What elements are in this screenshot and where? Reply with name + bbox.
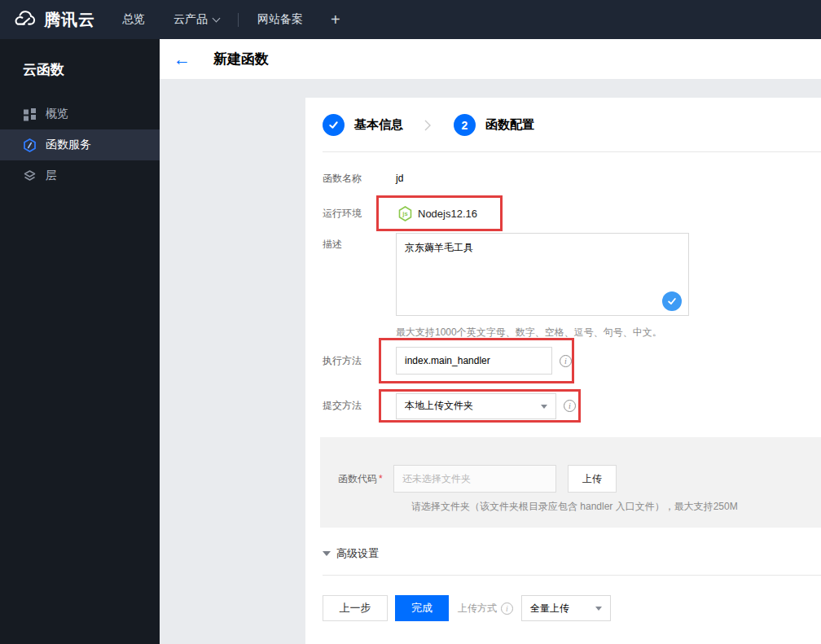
submit-method-row: 提交方法 本地上传文件夹 i [323, 389, 821, 423]
advanced-settings-toggle[interactable]: 高级设置 [323, 546, 821, 561]
hexagon-function-icon [23, 138, 37, 152]
function-code-label: 函数代码* [338, 472, 393, 486]
page-header: ← 新建函数 [160, 39, 821, 79]
form-card: 基本信息 2 函数配置 函数名称 jd 运行 [305, 98, 821, 644]
nav-overview[interactable]: 总览 [122, 12, 145, 27]
required-asterisk: * [379, 473, 383, 484]
description-textarea[interactable]: 京东薅羊毛工具 [396, 233, 689, 316]
add-nav-item-button[interactable]: + [331, 11, 340, 28]
info-icon[interactable]: i [564, 400, 576, 412]
upload-mode-value: 全量上传 [530, 602, 569, 616]
function-name-label: 函数名称 [323, 172, 396, 186]
chevron-down-icon [213, 14, 221, 22]
upload-mode-select[interactable]: 全量上传 [521, 595, 611, 621]
runtime-highlight-box: js Nodejs12.16 [376, 195, 503, 231]
top-navigation: 总览 云产品 网站备案 + [122, 11, 340, 28]
handler-input[interactable] [396, 347, 552, 375]
runtime-row: 运行环境 js Nodejs12.16 [323, 195, 821, 231]
sidebar: 云函数 概览 函数服务 [0, 39, 160, 644]
tencent-cloud-logo-icon [11, 11, 37, 28]
description-label: 描述 [323, 233, 396, 252]
layers-icon [23, 169, 37, 183]
upload-mode-label: 上传方式 [458, 602, 497, 616]
footer-divider [323, 575, 821, 576]
steps-divider [323, 151, 821, 152]
step1-label: 基本信息 [354, 117, 403, 133]
sidebar-menu: 概览 函数服务 层 [0, 99, 160, 191]
page-title: 新建函数 [213, 50, 269, 68]
grid-icon [23, 107, 37, 121]
nodejs-icon: js [398, 206, 412, 221]
previous-step-button[interactable]: 上一步 [323, 595, 388, 621]
submit-method-value: 本地上传文件夹 [405, 399, 473, 413]
finish-button[interactable]: 完成 [395, 595, 449, 621]
upload-button[interactable]: 上传 [568, 465, 617, 493]
handler-highlight-box: i [379, 338, 574, 383]
submit-method-select[interactable]: 本地上传文件夹 [396, 393, 556, 419]
folder-path-input [393, 465, 556, 493]
valid-check-icon [662, 291, 682, 311]
info-icon[interactable]: i [501, 602, 513, 615]
step2-number-badge: 2 [454, 114, 476, 136]
description-row: 描述 京东薅羊毛工具 [323, 233, 821, 319]
nav-separator [238, 13, 239, 27]
function-name-value: jd [396, 173, 403, 184]
sidebar-item-label: 函数服务 [46, 138, 91, 152]
sidebar-item-function-service[interactable]: 函数服务 [0, 129, 160, 160]
step-indicator: 基本信息 2 函数配置 [323, 98, 821, 136]
info-icon[interactable]: i [560, 355, 572, 367]
sidebar-title: 云函数 [0, 39, 160, 79]
triangle-down-icon [323, 551, 331, 556]
function-name-row: 函数名称 jd [323, 170, 821, 186]
function-code-label-text: 函数代码 [338, 473, 377, 484]
description-field-wrap: 京东薅羊毛工具 [396, 233, 689, 319]
sidebar-item-overview[interactable]: 概览 [0, 99, 160, 129]
back-arrow-icon[interactable]: ← [173, 50, 191, 68]
main-area: ← 新建函数 基本信息 [160, 39, 821, 644]
submit-method-highlight-box: 本地上传文件夹 i [379, 389, 581, 423]
function-code-row: 函数代码* 上传 [338, 465, 821, 493]
app-window: 腾讯云 总览 云产品 网站备案 + 云函数 概览 [0, 0, 821, 644]
sidebar-item-label: 层 [46, 169, 57, 183]
topbar: 腾讯云 总览 云产品 网站备案 + [0, 0, 821, 39]
function-code-hint: 请选择文件夹（该文件夹根目录应包含 handler 入口文件），最大支持250M [411, 500, 821, 514]
caret-down-icon [595, 607, 602, 611]
footer-actions: 上一步 完成 上传方式 i 全量上传 [323, 595, 821, 621]
step-chevron-icon [424, 119, 432, 132]
caret-down-icon [541, 405, 547, 409]
sidebar-item-layers[interactable]: 层 [0, 160, 160, 191]
step1-check-icon [323, 114, 345, 136]
upload-mode: 上传方式 i [458, 602, 513, 616]
nav-cloud-products[interactable]: 云产品 [173, 12, 219, 27]
nav-cloud-products-label: 云产品 [173, 12, 208, 27]
content-background: 基本信息 2 函数配置 函数名称 jd 运行 [160, 79, 821, 644]
runtime-value[interactable]: Nodejs12.16 [418, 208, 477, 220]
step2-label: 函数配置 [485, 117, 534, 133]
handler-row: 执行方法 i [323, 338, 821, 383]
svg-text:js: js [402, 210, 407, 217]
brand-name: 腾讯云 [44, 9, 95, 31]
function-code-section: 函数代码* 上传 请选择文件夹（该文件夹根目录应包含 handler 入口文件）… [320, 437, 821, 528]
nav-website-beian[interactable]: 网站备案 [257, 12, 303, 27]
sidebar-item-label: 概览 [46, 107, 68, 121]
advanced-settings-label: 高级设置 [336, 546, 379, 561]
brand-home-link[interactable]: 腾讯云 [0, 9, 95, 31]
